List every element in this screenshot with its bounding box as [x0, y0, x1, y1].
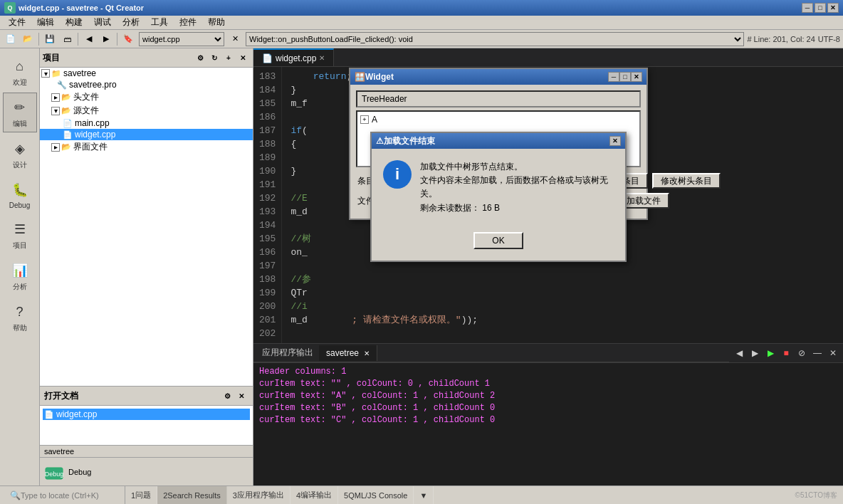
- root-toggle[interactable]: ▾: [41, 69, 50, 78]
- output-clear-btn[interactable]: ⊘: [795, 346, 809, 360]
- alert-line1: 加载文件中树形节点结束。: [420, 160, 614, 174]
- toolbar-back[interactable]: ◀: [81, 31, 97, 47]
- status-tab-arrow[interactable]: ▼: [414, 486, 434, 504]
- open-docs-settings[interactable]: ⚙: [220, 388, 234, 404]
- output-tab-savetree[interactable]: savetree ✕: [319, 345, 377, 361]
- line-numbers: 1831841851861871881891901911921931941951…: [253, 67, 282, 343]
- sources-toggle[interactable]: ▾: [51, 107, 60, 115]
- widget-close-btn[interactable]: ✕: [631, 72, 642, 82]
- modify-header-btn[interactable]: 修改树头条目: [652, 173, 721, 189]
- editor-tab-icon: 📄: [262, 53, 273, 63]
- tree-item-pro-label: savetree.pro: [69, 80, 117, 90]
- status-tab-search[interactable]: 2 Search Results: [157, 486, 227, 504]
- status-tab-issues[interactable]: 1 问题: [125, 486, 157, 504]
- projects-icon: ☰: [9, 218, 31, 241]
- sidebar-edit-label: 编辑: [13, 119, 27, 129]
- toolbar-open[interactable]: 📂: [20, 31, 36, 47]
- alert-body: i 加载文件中树形节点结束。 文件内容未全部加载，后面数据不合格或与该树无关。 …: [372, 149, 625, 226]
- alert-title-icon: ⚠: [376, 136, 384, 146]
- toolbar-save-all[interactable]: 🗃: [59, 31, 75, 47]
- edit-icon: ✏: [9, 96, 31, 119]
- tree-item-sources[interactable]: ▾ 📂 源文件: [40, 104, 253, 117]
- status-tab-search-icon[interactable]: 🔍: [6, 486, 125, 504]
- alert-close-btn[interactable]: ✕: [609, 136, 621, 146]
- maximize-button[interactable]: □: [815, 3, 826, 13]
- widget-title-bar: 🪟 Widget ─ □ ✕: [350, 69, 646, 85]
- sidebar-edit[interactable]: ✏ 编辑: [3, 93, 37, 132]
- panel-add-btn[interactable]: +: [221, 50, 236, 65]
- menu-file[interactable]: 文件: [3, 15, 31, 30]
- menu-analyze[interactable]: 分析: [117, 15, 145, 30]
- analyze-icon: 📊: [9, 259, 31, 282]
- ui-toggle[interactable]: ▸: [51, 143, 60, 152]
- svg-text:Debug: Debug: [45, 471, 64, 478]
- status-search-label: Search Results: [167, 491, 221, 500]
- status-tab-qml[interactable]: 5 QML/JS Console: [338, 486, 414, 504]
- output-min-btn[interactable]: —: [810, 346, 824, 360]
- headers-toggle[interactable]: ▸: [51, 93, 60, 102]
- project-selector[interactable]: widget.cpp: [139, 32, 224, 46]
- toolbar-bookmark[interactable]: 🔖: [120, 31, 136, 47]
- output-panel-title: 应用程序输出: [256, 347, 319, 359]
- tree-item-headers[interactable]: ▸ 📂 头文件: [40, 90, 253, 104]
- sidebar-projects[interactable]: ☰ 项目: [3, 214, 37, 254]
- tree-item-main[interactable]: 📄 main.cpp: [40, 117, 253, 129]
- toolbar-main: 📄 📂 💾 🗃 ◀ ▶ 🔖 widget.cpp ✕ Widget::on_pu…: [0, 30, 843, 48]
- sidebar-help[interactable]: ? 帮助: [3, 297, 37, 337]
- status-tab-appoutput[interactable]: 3 应用程序输出: [227, 486, 290, 504]
- open-doc-widget[interactable]: 📄 widget.cpp: [43, 409, 250, 420]
- toolbar-close-tab[interactable]: ✕: [227, 31, 243, 47]
- output-next-btn[interactable]: ▶: [748, 346, 762, 360]
- menu-help[interactable]: 帮助: [202, 15, 231, 30]
- tree-root[interactable]: ▾ 📁 savetree: [40, 68, 253, 79]
- alert-dialog: ⚠ 加载文件结束 ✕ i 加载文件中树形节点结束。 文件内容未全部加载，后面数据…: [370, 132, 627, 262]
- menu-build[interactable]: 构建: [60, 15, 88, 30]
- tree-root-label: savetree: [63, 68, 96, 78]
- panel-sync-btn[interactable]: ↻: [207, 50, 221, 65]
- sidebar-welcome[interactable]: ⌂ 欢迎: [3, 51, 37, 91]
- toolbar-save[interactable]: 💾: [42, 31, 58, 47]
- debug-section: Debug Debug: [40, 457, 253, 485]
- menu-controls[interactable]: 控件: [174, 15, 202, 30]
- menu-bar: 文件 编辑 构建 调试 分析 工具 控件 帮助: [0, 16, 843, 30]
- tree-widget-item-a[interactable]: + A: [360, 115, 637, 125]
- output-line-3: curItem text: "A" , colCount: 1 , childC…: [259, 390, 837, 402]
- editor-tab-close[interactable]: ✕: [319, 54, 325, 62]
- tree-item-pro[interactable]: 🔧 savetree.pro: [40, 79, 253, 90]
- minimize-button[interactable]: ─: [802, 3, 813, 13]
- output-line-5: curItem text: "C" , colCount: 1 , childC…: [259, 414, 837, 426]
- panel-close-btn[interactable]: ✕: [236, 50, 250, 65]
- activity-bar: ⌂ 欢迎 ✏ 编辑 ◈ 设计 🐛 Debug ☰ 项目 📊 分析: [0, 48, 40, 485]
- widget-minimize-btn[interactable]: ─: [608, 72, 619, 82]
- panel-filter-btn[interactable]: ⚙: [193, 50, 207, 65]
- open-docs-close[interactable]: ✕: [234, 388, 248, 404]
- output-tab-close[interactable]: ✕: [364, 350, 370, 357]
- alert-ok-btn[interactable]: OK: [473, 232, 523, 249]
- widget-title-icon: 🪟: [355, 72, 365, 82]
- output-close-btn[interactable]: ✕: [826, 346, 840, 360]
- status-tabs: 🔍 1 问题 2 Search Results 3 应用程序输出 4 编译输出 …: [6, 486, 784, 504]
- tree-item-widget[interactable]: 📄 widget.cpp: [40, 129, 253, 140]
- sidebar-design[interactable]: ◈ 设计: [3, 134, 37, 174]
- menu-debug[interactable]: 调试: [88, 15, 117, 30]
- toolbar-forward[interactable]: ▶: [98, 31, 114, 47]
- widget-restore-btn[interactable]: □: [619, 72, 631, 82]
- tree-item-ui[interactable]: ▸ 📂 界面文件: [40, 140, 253, 154]
- close-button[interactable]: ✕: [827, 3, 839, 13]
- toolbar-new[interactable]: 📄: [3, 31, 19, 47]
- output-prev-btn[interactable]: ◀: [732, 346, 746, 360]
- tree-widget-item-a-label: A: [372, 115, 377, 125]
- output-stop-btn[interactable]: ■: [779, 346, 793, 360]
- output-tabs-bar: 应用程序输出 savetree ✕: [253, 344, 729, 362]
- function-selector[interactable]: Widget::on_pushButtonLoadFile_clicked():…: [246, 32, 744, 46]
- tree-expand-icon[interactable]: +: [360, 115, 369, 124]
- project-tree[interactable]: ▾ 📁 savetree 🔧 savetree.pro ▸ 📂 头文件 ▾ 📂 …: [40, 68, 253, 386]
- locate-input[interactable]: [21, 491, 120, 500]
- sidebar-analyze[interactable]: 📊 分析: [3, 256, 37, 295]
- status-tab-compile[interactable]: 4 编译输出: [290, 486, 338, 504]
- menu-tools[interactable]: 工具: [145, 15, 174, 30]
- menu-edit[interactable]: 编辑: [31, 15, 60, 30]
- output-run-btn[interactable]: ▶: [763, 346, 777, 360]
- sidebar-debug[interactable]: 🐛 Debug: [3, 175, 37, 213]
- editor-tab-widget[interactable]: 📄 widget.cpp ✕: [253, 48, 334, 66]
